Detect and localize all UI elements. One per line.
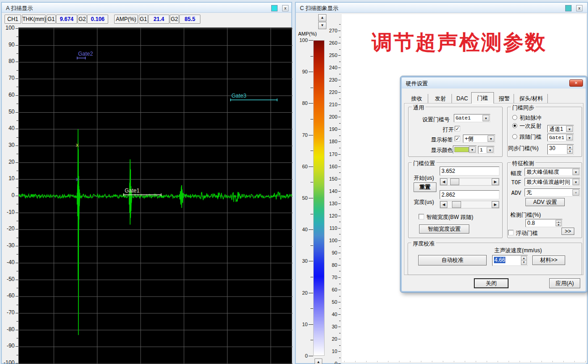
display-color-label: 显示颜色 (431, 146, 453, 154)
tab-item-4[interactable]: 报警 (495, 94, 514, 104)
smart-width-label[interactable]: 智能宽度(BW 跟随) (426, 213, 473, 221)
start-us-scrollbar[interactable]: ◀ ▶ (440, 178, 499, 186)
display-color-dropdown[interactable]: ▼ (453, 146, 477, 154)
apply-button[interactable]: 应用(A) (549, 278, 580, 288)
width-us-scrollbar[interactable]: ◀ ▶ (440, 201, 499, 208)
scroll-left-icon[interactable]: ◀ (440, 201, 447, 208)
chevron-down-icon[interactable]: ▼ (572, 179, 579, 185)
y-axis-tick-label: -60 (3, 292, 15, 299)
scroll-right-icon[interactable]: ▶ (492, 201, 499, 208)
tab-item-5[interactable]: 探头/材料 (515, 94, 548, 104)
ruler-tick-label: 90 (326, 250, 337, 255)
colorbar-scroll-bottom-button[interactable]: ▲ (315, 359, 322, 364)
cscan-close-button[interactable]: x (576, 5, 583, 11)
color-index-value: 1 (480, 147, 486, 154)
amplitude-mode-dropdown[interactable]: 最大峰值幅度▼ (525, 168, 580, 176)
smart-width-settings-button[interactable]: 智能宽度设置 (419, 224, 469, 234)
width-scroll-thumb[interactable] (452, 201, 461, 208)
chevron-down-icon[interactable]: ▼ (469, 146, 476, 153)
more-button[interactable]: >> (562, 228, 574, 235)
spinner-down-icon[interactable]: ▼ (521, 260, 527, 265)
dialog-close-icon[interactable]: ✕ (569, 79, 583, 87)
ascan-maximize-button[interactable] (271, 5, 278, 11)
tab-item-0[interactable]: 接收 (405, 94, 428, 104)
dialog-titlebar[interactable]: 硬件设置 ✕ (402, 78, 586, 88)
ruler-tick-label: 180 (326, 139, 337, 144)
gate-label-gate3: Gate3 (231, 93, 247, 99)
tab-item-2[interactable]: DAC (453, 94, 472, 104)
colorbar-tick-label: 0 (296, 353, 308, 359)
chevron-down-icon[interactable]: ▼ (566, 126, 573, 132)
colorbar-tick-label: 40 (296, 227, 308, 232)
chevron-down-icon[interactable]: ▼ (483, 115, 489, 121)
y-axis-tick-label: 50 (3, 109, 15, 115)
colorbar-tick-label: 50 (296, 195, 308, 201)
adv-settings-button[interactable]: ADV 设置 (525, 198, 565, 206)
radio-first-reflection-label[interactable]: 一次反射 (520, 122, 541, 130)
chevron-down-icon[interactable]: ▼ (572, 169, 579, 175)
chevron-down-icon[interactable]: ▼ (566, 135, 573, 140)
ascan-panel-title: A 扫描显示 (6, 5, 33, 12)
sync-gate-percent-spinner[interactable]: 30 ▲▼ (547, 144, 574, 155)
ruler-tick-label: 80 (326, 262, 337, 268)
y-axis-tick-label: 40 (3, 125, 15, 131)
channel-box[interactable]: CH1 (5, 15, 21, 24)
material-button[interactable]: 材料>> (532, 255, 565, 265)
ruler-tick-label: 160 (326, 164, 337, 169)
adv-mode-dropdown: 无▼ (525, 188, 580, 197)
colorbar-scroll-down-button[interactable]: ▼ (318, 22, 326, 29)
floating-gate-checkbox[interactable] (508, 230, 514, 235)
ruler-tick-label: 130 (326, 201, 337, 206)
thk-g1-value: 9.674 (56, 15, 77, 24)
radio-initial-pulse-label[interactable]: 初始脉冲 (520, 114, 541, 122)
show-label-checkbox[interactable]: ✓ (455, 136, 460, 141)
radio-follow-gate[interactable] (512, 134, 517, 139)
spinner-down-icon[interactable]: ▼ (567, 149, 573, 154)
detect-gate-value: 0.8 (527, 220, 535, 226)
tab-gate[interactable]: 门槛 (471, 92, 494, 104)
amp-g2-value: 85.5 (179, 15, 200, 24)
scroll-left-icon[interactable]: ◀ (440, 178, 447, 185)
velocity-spinner[interactable]: 4.66 ▲▼ (492, 255, 528, 266)
auto-calibrate-button[interactable]: 自动校准 (418, 255, 487, 265)
waveform-spike (179, 185, 184, 208)
label-side-dropdown[interactable]: +侧▼ (463, 135, 495, 143)
sync-channel-dropdown[interactable]: 通道1▼ (547, 125, 574, 133)
open-checkbox[interactable]: ✓ (455, 126, 460, 131)
tab-item-1[interactable]: 发射 (429, 94, 452, 104)
scroll-right-icon[interactable]: ▶ (492, 178, 499, 185)
ascan-plot[interactable]: Gate2Gate1Gate3xx (18, 27, 292, 364)
sync-channel-value: 通道1 (549, 126, 566, 133)
color-swatch (454, 147, 469, 152)
ruler-tick-label: 220 (326, 89, 337, 95)
y-axis-tick-label: 10 (3, 175, 15, 182)
start-us-field[interactable]: 3.652 (440, 166, 499, 176)
smart-width-checkbox[interactable] (419, 214, 424, 219)
chevron-down-icon[interactable]: ▼ (488, 135, 494, 142)
ruler-tick-label: 110 (326, 225, 337, 231)
radio-initial-pulse[interactable] (512, 115, 517, 120)
cscan-maximize-button[interactable] (565, 5, 572, 11)
start-scroll-thumb[interactable] (450, 178, 459, 185)
amp-label-box: AMP(%) (114, 15, 138, 24)
radio-first-reflection[interactable] (512, 123, 517, 128)
tof-mode-dropdown[interactable]: 最大峰值渡越时间▼ (525, 178, 580, 186)
amplitude-label: 幅度 (511, 170, 522, 177)
ruler-tick-label: 260 (326, 40, 337, 46)
gate-number-dropdown[interactable]: Gate1▼ (454, 114, 490, 122)
floating-gate-label[interactable]: 浮动门槛 (516, 229, 538, 237)
y-axis-tick-label: 90 (3, 42, 15, 48)
sync-gate-dropdown[interactable]: Gate1▼ (547, 134, 574, 141)
ascan-close-button[interactable]: x (282, 5, 289, 11)
colorbar-scroll-up-button[interactable]: ▲ (318, 14, 326, 21)
width-us-field[interactable]: 2.862 (440, 190, 499, 199)
chevron-down-icon[interactable]: ▼ (487, 147, 493, 153)
reset-button[interactable]: 重置 (414, 182, 436, 192)
close-button[interactable]: 关闭 (474, 278, 509, 288)
show-label-label: 显示标签 (431, 136, 453, 144)
radio-follow-gate-label[interactable]: 跟随门槛 (520, 133, 541, 141)
spinner-down-icon[interactable]: ▼ (556, 223, 562, 226)
color-index-dropdown[interactable]: 1▼ (478, 146, 494, 154)
ruler-tick-label: 140 (326, 188, 337, 194)
detect-gate-spinner[interactable]: 0.8 ▲▼ (525, 219, 562, 227)
